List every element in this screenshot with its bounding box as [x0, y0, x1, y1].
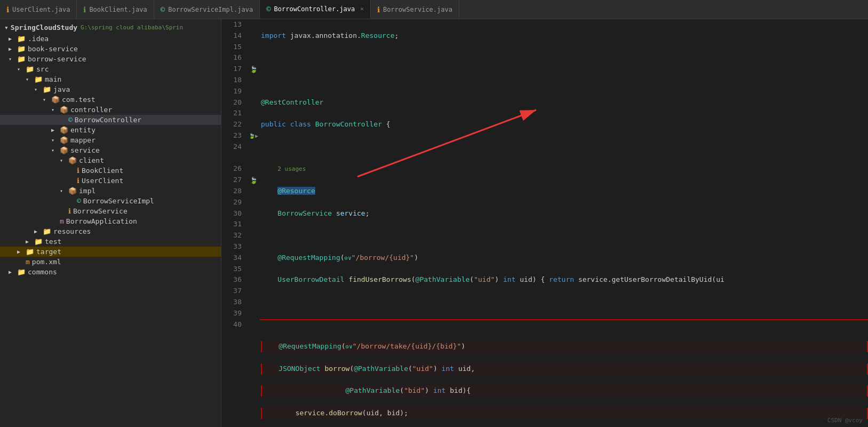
tree-resources[interactable]: ▶ 📁 resources	[0, 226, 221, 236]
package-icon: 📦	[60, 136, 68, 144]
tree-src[interactable]: ▾ 📁 src	[0, 64, 221, 74]
tab-label: BorrowService.java	[383, 6, 452, 13]
line-num: 21	[221, 108, 242, 119]
java-icon: ©	[266, 5, 270, 13]
package-icon: 📦	[68, 156, 77, 164]
interface-icon: ℹ	[77, 177, 79, 185]
tree-target[interactable]: ▶ 📁 target	[0, 247, 221, 257]
arrow-icon: ▾	[51, 107, 60, 113]
tab-book-client[interactable]: ℹ BookClient.java	[77, 0, 154, 19]
gutter-marker	[248, 141, 259, 153]
tree-borrow-application[interactable]: m BorrowApplication	[0, 216, 221, 226]
gutter-marker	[248, 108, 259, 119]
code-line-17: public class BorrowController {	[261, 119, 868, 130]
folder-icon: 📁	[17, 45, 26, 53]
tree-pom[interactable]: m pom.xml	[0, 257, 221, 267]
project-path: G:\spring cloud alibaba\Sprin	[81, 24, 183, 31]
gutter-marker	[248, 219, 259, 230]
main-area: ▾ SpringCloudStudy G:\spring cloud aliba…	[0, 19, 868, 427]
line-num: 31	[221, 219, 242, 230]
tree-borrow-service-impl[interactable]: © BorrowServiceImpl	[0, 196, 221, 206]
tree-entity[interactable]: ▶ 📦 entity	[0, 125, 221, 135]
folder-icon: 📁	[34, 238, 43, 246]
line-num: 13	[221, 19, 242, 30]
code-content: import javax.annotation.Resource; @RestC…	[259, 19, 868, 427]
tree-item-label: book-service	[28, 45, 78, 53]
project-name: SpringCloudStudy	[11, 23, 77, 31]
line-num: 35	[221, 264, 242, 275]
tree-main[interactable]: ▾ 📁 main	[0, 74, 221, 84]
line-num: 16	[221, 52, 242, 64]
tree-commons[interactable]: ▶ 📁 commons	[0, 267, 221, 277]
tree-borrow-controller[interactable]: © BorrowController	[0, 115, 221, 125]
code-line-25	[260, 319, 868, 330]
tree-borrow-service-iface[interactable]: ℹ BorrowService	[0, 206, 221, 216]
arrow-icon: ▾	[43, 97, 51, 102]
line-num: 25	[221, 153, 242, 164]
line-num: 26	[221, 163, 242, 175]
gutter-marker: 🍃	[248, 64, 259, 75]
gutter-marker	[248, 86, 259, 97]
tree-item-label: main	[45, 75, 61, 83]
line-num: 36	[221, 274, 242, 286]
tab-borrow-service[interactable]: ℹ BorrowService.java	[371, 0, 459, 19]
arrow-icon: ▶	[9, 269, 17, 275]
line-num: 34	[221, 252, 242, 264]
code-line-15	[261, 75, 868, 86]
code-editor[interactable]: 13 14 15 16 17 18 19 20 21 22 23 24 25 2…	[221, 19, 868, 427]
line-num: 24	[221, 141, 242, 153]
arrow-icon: ▾	[60, 188, 68, 194]
folder-icon: 📁	[17, 268, 26, 276]
tree-user-client[interactable]: ℹ UserClient	[0, 176, 221, 186]
tree-item-label: controller	[70, 106, 112, 114]
tab-borrow-service-impl[interactable]: © BorrowServiceImpl.java	[154, 0, 260, 19]
tab-borrow-controller[interactable]: © BorrowController.java ✕	[260, 0, 371, 19]
tree-mapper[interactable]: ▾ 📦 mapper	[0, 135, 221, 145]
tree-idea[interactable]: ▶ 📁 .idea	[0, 34, 221, 44]
code-line-27: JSONObject borrow(@PathVariable("uid") i…	[261, 363, 868, 375]
folder-icon: 📁	[43, 227, 51, 235]
tree-book-service[interactable]: ▶ 📁 book-service	[0, 44, 221, 54]
arrow-icon: ▾	[51, 137, 60, 143]
gutter-marker	[248, 197, 259, 208]
tree-item-label: resources	[53, 227, 91, 235]
arrow-icon: ▶	[34, 228, 43, 234]
tree-item-label: service	[70, 146, 100, 154]
tab-label: BorrowServiceImpl.java	[168, 6, 253, 13]
watermark: CSDN @vcoy	[827, 417, 863, 424]
tree-item-label: commons	[28, 268, 57, 276]
line-num: 38	[221, 297, 242, 308]
tree-service[interactable]: ▾ 📦 service	[0, 145, 221, 155]
folder-icon: 📁	[17, 55, 26, 63]
tree-controller[interactable]: ▾ 📦 controller	[0, 105, 221, 115]
tree-book-client[interactable]: ℹ BookClient	[0, 165, 221, 176]
tree-impl[interactable]: ▾ 📦 impl	[0, 186, 221, 196]
folder-icon: 📁	[34, 75, 43, 83]
tree-borrow-service[interactable]: ▾ 📁 borrow-service	[0, 54, 221, 64]
gutter-marker	[248, 297, 259, 308]
tree-com-test[interactable]: ▾ 📦 com.test	[0, 94, 221, 105]
tree-item-label: pom.xml	[32, 258, 61, 266]
java-icon: ℹ	[377, 5, 380, 14]
java-icon: ℹ	[6, 5, 9, 14]
code-line-14	[261, 52, 868, 64]
code-line-28: @PathVariable("bid") int bid){	[261, 385, 868, 397]
tree-item-label: target	[36, 248, 61, 256]
tree-client[interactable]: ▾ 📦 client	[0, 155, 221, 165]
tab-user-client[interactable]: ℹ UserClient.java	[0, 0, 77, 19]
tree-test[interactable]: ▶ 📁 test	[0, 236, 221, 247]
line-num: 22	[221, 119, 242, 130]
tree-item-label: impl	[79, 187, 95, 195]
line-num: 14	[221, 30, 242, 42]
project-root[interactable]: ▾ SpringCloudStudy G:\spring cloud aliba…	[0, 21, 221, 34]
code-line-23: UserBorrowDetail findUserBorrows(@PathVa…	[261, 274, 868, 286]
main-icon: m	[60, 217, 64, 225]
arrow-icon: ▾	[17, 66, 26, 72]
line-num: 33	[221, 241, 242, 252]
close-icon[interactable]: ✕	[360, 5, 364, 12]
tree-item-label: entity	[70, 126, 95, 134]
code-line-22: @RequestMapping(⊙∨"/borrow/{uid}")	[261, 252, 868, 264]
tree-java[interactable]: ▾ 📁 java	[0, 84, 221, 94]
tree-item-label: java	[53, 85, 70, 93]
line-numbers: 13 14 15 16 17 18 19 20 21 22 23 24 25 2…	[221, 19, 248, 427]
